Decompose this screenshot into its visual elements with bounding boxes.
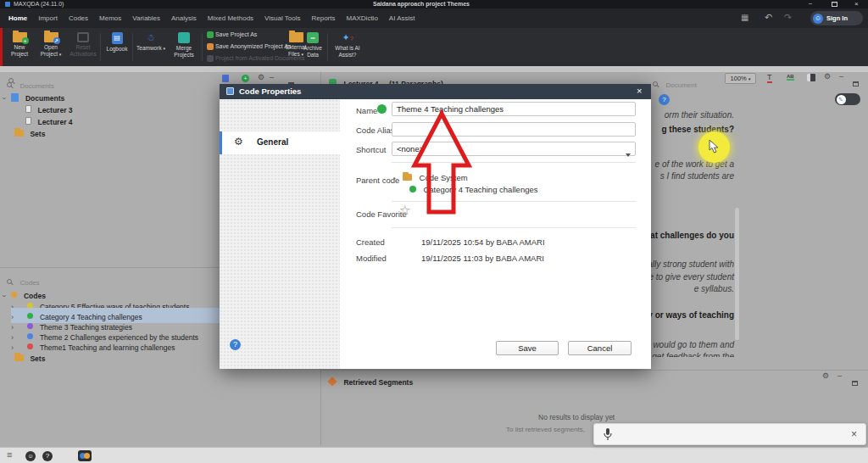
reset-activations-icon	[77, 32, 89, 42]
sets-folder-icon	[14, 354, 24, 361]
document-scrollbar[interactable]	[735, 208, 739, 340]
retrieved-segments-title: Retrieved Segments	[343, 378, 413, 387]
chevron-down-icon: ›	[0, 98, 8, 100]
sidebar-toggle-icon[interactable]	[807, 74, 815, 81]
add-icon[interactable]: +	[242, 75, 249, 82]
undo-icon[interactable]: ↶	[765, 12, 772, 23]
archive-data-icon: ═	[307, 32, 319, 43]
tab-import[interactable]: Import	[38, 8, 58, 30]
tab-memos[interactable]: Memos	[99, 8, 121, 30]
minimize-window-icon[interactable]: –	[809, 0, 812, 6]
document-search-input[interactable]: Document	[653, 75, 697, 91]
code-alias-label: Code Alias	[356, 126, 394, 135]
voice-input-bar[interactable]: ×	[593, 423, 866, 445]
search-icon	[653, 81, 658, 86]
panel-settings-icon[interactable]: ⚙	[824, 72, 831, 81]
microphone-icon[interactable]	[604, 428, 612, 441]
user-status-icon[interactable]: ☺	[25, 451, 36, 461]
panel-minimize-icon[interactable]: –	[270, 73, 274, 81]
modified-label: Modified	[356, 254, 387, 263]
tab-analysis[interactable]: Analysis	[171, 8, 197, 30]
tab-codes[interactable]: Codes	[69, 8, 88, 30]
code-color-dot[interactable]	[377, 104, 387, 114]
documents-sets-row[interactable]: Sets	[14, 125, 45, 140]
codes-sets-row[interactable]: Sets	[14, 349, 45, 365]
tab-maxdictio[interactable]: MAXDictio	[347, 8, 378, 30]
document-text-line: r to get feedback from the	[651, 352, 734, 357]
edit-mode-toggle[interactable]: ✎	[835, 93, 860, 105]
tab-reports[interactable]: Reports	[311, 8, 335, 30]
table-view-icon[interactable]: ▦	[741, 13, 748, 22]
spellcheck-icon[interactable]: AB	[787, 74, 794, 81]
archive-data-button[interactable]: ═ Archive Data	[298, 32, 327, 58]
panel-settings-icon[interactable]: ⚙	[822, 371, 829, 380]
document-text-line: So I would go to them and	[651, 340, 734, 349]
sign-in-button[interactable]: ☺ Sign In	[810, 11, 863, 25]
annotation-arrow-up	[407, 105, 478, 217]
title-bar: MAXQDA (24.11.0) Saldana approach projec…	[0, 0, 868, 8]
panel-settings-icon[interactable]: ⚙	[258, 73, 264, 81]
name-label: Name	[356, 106, 377, 115]
ribbon-accent-bar	[0, 28, 3, 66]
active-indicator	[220, 131, 222, 154]
dialog-close-icon[interactable]: ×	[637, 86, 642, 96]
document-search-placeholder: Document	[665, 81, 696, 89]
sets-folder-icon	[14, 130, 24, 137]
shortcut-label: Shortcut	[356, 145, 386, 154]
document-text-line: orm their situation.	[665, 110, 734, 120]
maxqda-taskbar-icon[interactable]	[78, 450, 92, 461]
text-highlight-icon[interactable]: T	[767, 73, 772, 83]
search-icon	[7, 279, 12, 284]
document-icon	[25, 105, 31, 113]
sidebar-item-general[interactable]: ⚙ General	[220, 131, 340, 154]
dialog-title: Code Properties	[239, 86, 301, 96]
close-icon[interactable]: ×	[851, 428, 857, 440]
panel-popout-icon[interactable]	[853, 81, 859, 86]
documents-root-icon	[11, 93, 19, 102]
edit-pen-icon: ✎	[837, 95, 846, 104]
close-window-icon[interactable]: ×	[854, 0, 859, 8]
open-project-button[interactable]: ↗ Open Project ▾	[36, 32, 66, 58]
save-project-as-button[interactable]: Save Project As	[207, 31, 257, 38]
chevron-right-icon: ›	[11, 343, 14, 352]
tab-ai-assist[interactable]: AI Assist	[389, 8, 415, 30]
tab-mixed-methods[interactable]: Mixed Methods	[208, 8, 253, 30]
maximize-window-icon[interactable]	[832, 2, 837, 7]
document-text-line: s I find students are	[660, 171, 734, 181]
merge-projects-button[interactable]: Merge Projects	[169, 32, 199, 58]
save-button[interactable]: Save	[496, 341, 559, 355]
list-view-icon[interactable]: ≡	[7, 449, 12, 460]
window-title: Saldana approach project Themes	[373, 1, 470, 7]
ai-assist-icon: ✦?	[342, 32, 353, 43]
status-bar: ≡ ☺ ?	[0, 447, 868, 463]
redo-icon[interactable]: ↷	[784, 12, 792, 23]
tab-home[interactable]: Home	[8, 8, 27, 30]
retrieved-segments-icon	[327, 377, 337, 386]
zoom-select[interactable]: 100% ▾	[725, 73, 756, 84]
panel-minimize-icon[interactable]: –	[839, 72, 843, 81]
save-anonymized-button[interactable]: Save Anonymized Project As	[207, 43, 291, 50]
ai-assist-bubble-icon[interactable]: ?	[659, 94, 670, 105]
ribbon-toolbar: + New Project ↗ Open Project ▾ Reset Act…	[0, 28, 868, 66]
logbook-button[interactable]: ▤ Logbook	[103, 32, 131, 53]
ai-assist-help-button[interactable]: ✦? What is AI Assist?	[331, 32, 364, 58]
new-project-button[interactable]: + New Project	[5, 32, 34, 57]
dialog-title-bar[interactable]: Code Properties ×	[220, 84, 651, 99]
app-title: MAXQDA (24.11.0)	[14, 1, 64, 7]
cancel-button[interactable]: Cancel	[568, 341, 632, 355]
help-status-icon[interactable]: ?	[42, 451, 53, 461]
reset-activations-button: Reset Activations	[68, 32, 98, 57]
document-icon	[25, 117, 31, 125]
panel-minimize-icon[interactable]: –	[837, 371, 842, 380]
teamwork-button[interactable]: ☃ Teamwork ▾	[135, 32, 167, 53]
panel-popout-icon[interactable]	[852, 381, 858, 386]
save-project-as-icon	[207, 31, 214, 38]
modified-value: 19/11/2025 11:03 by BABA AMARI	[421, 254, 544, 263]
memo-icon[interactable]	[222, 75, 229, 82]
logbook-icon: ▤	[112, 32, 123, 44]
document-text-line: e syllabus.	[694, 284, 734, 293]
tab-visual-tools[interactable]: Visual Tools	[264, 8, 300, 30]
tab-variables[interactable]: Variables	[132, 8, 160, 30]
help-icon[interactable]: ?	[230, 339, 241, 350]
cursor-highlight	[698, 131, 730, 163]
